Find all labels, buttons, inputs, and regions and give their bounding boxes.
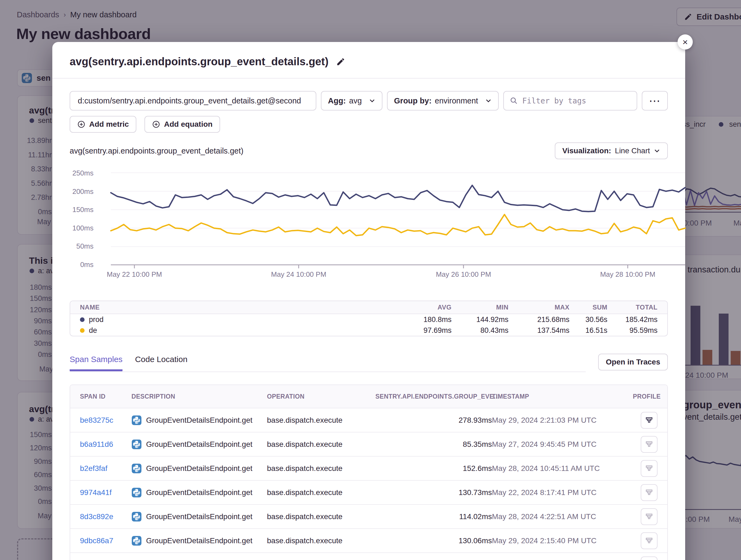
edit-title-pencil-icon[interactable] — [336, 57, 345, 66]
series-color-dot — [80, 317, 84, 322]
chart-x-axis-labels: May 22 10:00 PMMay 24 10:00 PMMay 26 10:… — [111, 270, 685, 281]
span-sample-row: be83275cGroupEventDetailsEndpoint.getbas… — [70, 408, 667, 432]
span-id-link[interactable]: be83275c — [80, 416, 113, 424]
summary-row: prod180.8ms144.92ms215.68ms30.56s185.42m… — [70, 314, 667, 325]
span-id-link[interactable]: b6a911d6 — [80, 440, 113, 449]
python-icon — [131, 487, 142, 498]
summary-table-body: prod180.8ms144.92ms215.68ms30.56s185.42m… — [70, 314, 667, 336]
span-id-link[interactable]: 9974a41f — [80, 488, 112, 497]
tab-code-location[interactable]: Code Location — [135, 355, 187, 369]
span-samples-table: SPAN ID DESCRIPTION OPERATION SENTRY.API… — [70, 385, 668, 560]
profile-icon[interactable] — [641, 460, 658, 477]
python-icon — [131, 511, 142, 522]
chevron-down-icon — [654, 148, 660, 154]
more-options-button[interactable]: ⋯ — [642, 91, 668, 110]
plus-circle-icon — [77, 120, 85, 128]
summary-table-header: NAME AVG MIN MAX SUM TOTAL — [70, 301, 667, 314]
samples-table-header: SPAN ID DESCRIPTION OPERATION SENTRY.API… — [70, 385, 667, 408]
plus-circle-icon — [152, 120, 160, 128]
span-sample-row: 9dbc86a7GroupEventDetailsEndpoint.getbas… — [70, 528, 667, 552]
add-metric-button[interactable]: Add metric — [70, 116, 136, 133]
divider — [52, 78, 685, 79]
profile-icon[interactable] — [641, 412, 658, 429]
tag-filter-input[interactable] — [522, 96, 631, 106]
python-icon — [131, 536, 142, 546]
samples-table-body: be83275cGroupEventDetailsEndpoint.getbas… — [70, 408, 667, 560]
metric-details-modal: × avg(sentry.api.endpoints.group_event_d… — [52, 42, 685, 560]
span-sample-row: 8d3c892eGroupEventDetailsEndpoint.getbas… — [70, 504, 667, 528]
main-chart-svg — [111, 173, 685, 265]
profile-icon[interactable] — [641, 556, 658, 560]
profile-icon[interactable] — [641, 436, 658, 453]
python-icon — [131, 439, 142, 450]
series-color-dot — [80, 328, 84, 333]
add-equation-button[interactable]: Add equation — [144, 116, 220, 133]
chevron-down-icon — [369, 97, 376, 104]
chart-query-label: avg(sentry.api.endpoints.group_event_det… — [70, 147, 244, 155]
summary-row: de97.69ms80.43ms137.54ms16.51s95.59ms — [70, 325, 667, 336]
metric-query-field[interactable]: d:custom/sentry.api.endpoints.group_even… — [70, 91, 316, 110]
python-icon — [131, 463, 142, 474]
profile-icon[interactable] — [641, 484, 658, 501]
series-summary-table: NAME AVG MIN MAX SUM TOTAL prod180.8ms14… — [70, 301, 668, 336]
tab-span-samples[interactable]: Span Samples — [70, 355, 123, 371]
tab-bar: Span Samples Code Location — [70, 355, 586, 372]
aggregation-dropdown[interactable]: Agg: avg — [321, 91, 383, 110]
modal-title: avg(sentry.api.endpoints.group_event_det… — [70, 56, 329, 68]
python-icon — [131, 415, 142, 425]
span-sample-row: 8a75c7feGroupEventDetailsEndpoint.getbas… — [70, 552, 667, 560]
span-id-link[interactable]: 9dbc86a7 — [80, 537, 113, 545]
span-id-link[interactable]: b2ef3faf — [80, 464, 107, 473]
span-sample-row: b2ef3fafGroupEventDetailsEndpoint.getbas… — [70, 456, 667, 480]
tag-filter-field[interactable] — [503, 91, 637, 110]
span-sample-row: b6a911d6GroupEventDetailsEndpoint.getbas… — [70, 432, 667, 456]
search-icon — [510, 97, 518, 105]
metric-line-chart: 250ms200ms150ms100ms50ms0ms May 22 10:00… — [70, 173, 668, 291]
profile-icon[interactable] — [641, 532, 658, 549]
chevron-down-icon — [485, 97, 492, 104]
chart-y-axis-labels: 250ms200ms150ms100ms50ms0ms — [70, 169, 93, 269]
group-by-dropdown[interactable]: Group by: environment — [387, 91, 499, 110]
profile-icon[interactable] — [641, 508, 658, 525]
open-in-traces-button[interactable]: Open in Traces — [598, 354, 668, 371]
span-sample-row: 9974a41fGroupEventDetailsEndpoint.getbas… — [70, 480, 667, 504]
span-id-link[interactable]: 8d3c892e — [80, 512, 113, 521]
visualization-dropdown[interactable]: Visualization: Line Chart — [555, 143, 668, 159]
close-icon[interactable]: × — [678, 34, 693, 50]
